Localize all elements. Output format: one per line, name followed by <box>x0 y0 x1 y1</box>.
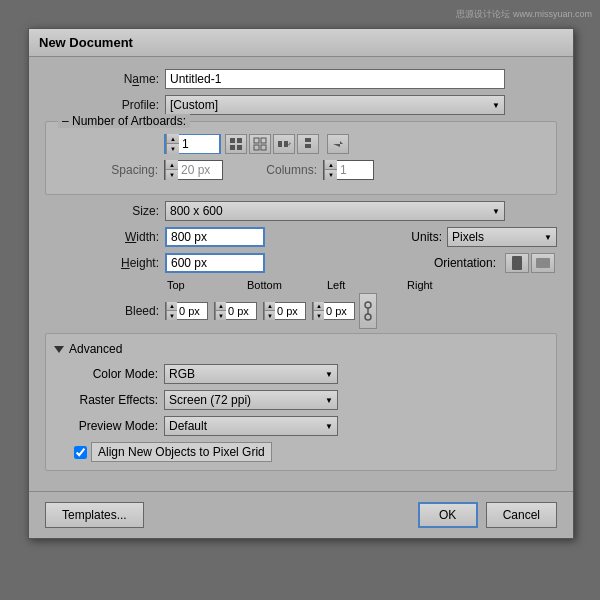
spacing-spinner[interactable]: ▲ ▼ <box>164 160 223 180</box>
preview-mode-select[interactable]: Default Pixel Overprint <box>164 416 338 436</box>
artboards-spinner[interactable]: ▲ ▼ <box>164 134 221 154</box>
bleed-label: Bleed: <box>45 304 165 318</box>
raster-effects-select[interactable]: Screen (72 ppi) Medium (150 ppi) High (3… <box>164 390 338 410</box>
advanced-toggle[interactable]: Advanced <box>54 342 548 356</box>
new-document-dialog: New Document Name: Profile: [Custom] Pri… <box>28 28 574 539</box>
templates-button[interactable]: Templates... <box>45 502 144 528</box>
artboards-input[interactable] <box>179 135 219 153</box>
profile-select[interactable]: [Custom] Print Web Mobile <box>165 95 505 115</box>
profile-row: Profile: [Custom] Print Web Mobile <box>45 95 557 115</box>
raster-effects-row: Raster Effects: Screen (72 ppi) Medium (… <box>54 390 548 410</box>
bleed-top-up[interactable]: ▲ <box>167 302 177 311</box>
columns-input[interactable] <box>337 161 373 179</box>
bleed-right-header: Right <box>407 279 487 291</box>
units-select-wrapper[interactable]: Pixels Inches Centimeters Millimeters Po… <box>447 227 557 247</box>
bleed-top-header: Top <box>167 279 247 291</box>
spacing-down-btn[interactable]: ▼ <box>166 170 178 180</box>
width-input[interactable] <box>165 227 265 247</box>
grid-icon-btn2[interactable] <box>249 134 271 154</box>
name-input[interactable] <box>165 69 505 89</box>
svg-rect-7 <box>261 145 266 150</box>
watermark: 思源设计论坛 www.missyuan.com <box>456 8 592 21</box>
name-label-text: Name: <box>124 72 159 86</box>
bleed-headers: Top Bottom Left Right <box>167 279 557 291</box>
bleed-bottom-up[interactable]: ▲ <box>216 302 226 311</box>
columns-up-btn[interactable]: ▲ <box>325 160 337 170</box>
bleed-top-input[interactable] <box>177 303 207 319</box>
bleed-bottom-spinner[interactable]: ▲ ▼ <box>214 302 257 320</box>
svg-rect-11 <box>305 138 311 142</box>
bleed-left-input[interactable] <box>275 303 305 319</box>
bleed-left-down[interactable]: ▼ <box>265 311 275 320</box>
columns-down-btn[interactable]: ▼ <box>325 170 337 180</box>
spacing-btns[interactable]: ▲ ▼ <box>165 160 178 180</box>
bleed-top-down[interactable]: ▼ <box>167 311 177 320</box>
advanced-section: Advanced Color Mode: RGB CMYK Grayscale … <box>45 333 557 471</box>
align-checkbox[interactable] <box>74 446 87 459</box>
bleed-right-btns[interactable]: ▲ ▼ <box>313 302 324 320</box>
svg-rect-0 <box>230 138 235 143</box>
preview-mode-select-wrapper[interactable]: Default Pixel Overprint <box>164 416 338 436</box>
bleed-right-spinner[interactable]: ▲ ▼ <box>312 302 355 320</box>
svg-rect-15 <box>536 258 550 268</box>
color-mode-label: Color Mode: <box>54 367 164 381</box>
raster-effects-label: Raster Effects: <box>54 393 164 407</box>
bleed-bottom-input[interactable] <box>226 303 256 319</box>
advanced-label: Advanced <box>69 342 122 356</box>
svg-rect-6 <box>254 145 259 150</box>
bleed-top-spinner[interactable]: ▲ ▼ <box>165 302 208 320</box>
bleed-bottom-btns[interactable]: ▲ ▼ <box>215 302 226 320</box>
bleed-right-down[interactable]: ▼ <box>314 311 324 320</box>
ok-button[interactable]: OK <box>418 502 478 528</box>
bleed-link-btn[interactable] <box>359 293 377 329</box>
arrange-right-btn[interactable] <box>273 134 295 154</box>
bleed-left-btns[interactable]: ▲ ▼ <box>264 302 275 320</box>
svg-rect-2 <box>230 145 235 150</box>
height-input[interactable] <box>165 253 265 273</box>
size-select[interactable]: 800 x 600 1024 x 768 1280 x 800 <box>165 201 505 221</box>
artboards-icons <box>225 134 351 154</box>
svg-rect-1 <box>237 138 242 143</box>
arrange-down-btn[interactable] <box>297 134 319 154</box>
svg-rect-14 <box>512 256 522 270</box>
raster-effects-select-wrapper[interactable]: Screen (72 ppi) Medium (150 ppi) High (3… <box>164 390 338 410</box>
artboards-down-btn[interactable]: ▼ <box>167 144 179 154</box>
bleed-bottom-down[interactable]: ▼ <box>216 311 226 320</box>
orientation-buttons <box>505 253 557 273</box>
landscape-btn[interactable] <box>531 253 555 273</box>
name-row: Name: <box>45 69 557 89</box>
color-mode-select-wrapper[interactable]: RGB CMYK Grayscale <box>164 364 338 384</box>
spacing-up-btn[interactable]: ▲ <box>166 160 178 170</box>
bleed-bottom-header: Bottom <box>247 279 327 291</box>
portrait-btn[interactable] <box>505 253 529 273</box>
spacing-input[interactable] <box>178 161 222 179</box>
grid-icon-btn1[interactable] <box>225 134 247 154</box>
height-label: Height: <box>45 256 165 270</box>
columns-spinner[interactable]: ▲ ▼ <box>323 160 374 180</box>
align-label[interactable]: Align New Objects to Pixel Grid <box>91 442 272 462</box>
artboards-up-btn[interactable]: ▲ <box>167 134 179 144</box>
bleed-right-input[interactable] <box>324 303 354 319</box>
svg-point-18 <box>365 314 371 320</box>
svg-marker-13 <box>333 141 343 147</box>
bleed-top-btns[interactable]: ▲ ▼ <box>166 302 177 320</box>
columns-btns[interactable]: ▲ ▼ <box>324 160 337 180</box>
arrange-arrow-btn[interactable] <box>327 134 349 154</box>
cancel-button[interactable]: Cancel <box>486 502 557 528</box>
preview-mode-row: Preview Mode: Default Pixel Overprint <box>54 416 548 436</box>
spacing-label: Spacing: <box>54 163 164 177</box>
artboards-section: – Number of Artboards: ▲ ▼ <box>45 121 557 195</box>
bleed-right-up[interactable]: ▲ <box>314 302 324 311</box>
size-select-wrapper[interactable]: 800 x 600 1024 x 768 1280 x 800 <box>165 201 505 221</box>
bleed-left-up[interactable]: ▲ <box>265 302 275 311</box>
color-mode-select[interactable]: RGB CMYK Grayscale <box>164 364 338 384</box>
units-select[interactable]: Pixels Inches Centimeters Millimeters Po… <box>447 227 557 247</box>
svg-marker-10 <box>288 142 291 146</box>
artboards-spinner-btns[interactable]: ▲ ▼ <box>166 134 179 154</box>
height-orientation-row: Height: Orientation: <box>45 253 557 273</box>
svg-rect-5 <box>261 138 266 143</box>
profile-select-wrapper[interactable]: [Custom] Print Web Mobile <box>165 95 505 115</box>
width-label: Width: <box>45 230 165 244</box>
units-group: Units: Pixels Inches Centimeters Millime… <box>265 227 557 247</box>
bleed-left-spinner[interactable]: ▲ ▼ <box>263 302 306 320</box>
